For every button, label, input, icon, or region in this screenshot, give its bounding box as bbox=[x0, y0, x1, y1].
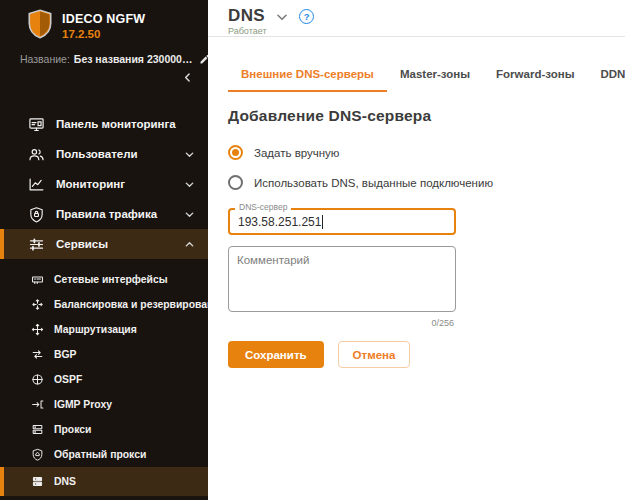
radio-unselected-icon bbox=[228, 175, 243, 190]
radio-option-manual[interactable]: Задать вручную bbox=[228, 144, 618, 161]
users-icon bbox=[28, 146, 45, 163]
device-name-value: Без названия 230000… bbox=[74, 53, 193, 65]
tab-master-zones[interactable]: Master-зоны bbox=[387, 59, 483, 92]
radio-selected-icon bbox=[228, 145, 243, 160]
submenu-item-label: Обратный прокси bbox=[54, 449, 146, 460]
chevron-down-icon bbox=[184, 209, 195, 220]
tab-external-dns-servers[interactable]: Внешние DNS-серверы bbox=[228, 59, 387, 92]
submenu-item-ospf[interactable]: OSPF bbox=[0, 367, 208, 392]
brand-shield-icon bbox=[27, 9, 53, 39]
submenu-item-label: BGP bbox=[54, 349, 77, 360]
dns-server-input-value: 193.58.251.251 bbox=[238, 215, 321, 229]
swap-arrows-icon bbox=[31, 348, 44, 361]
sidebar-item-label: Правила трафика bbox=[56, 208, 157, 220]
radio-label: Использовать DNS, выданные подключению bbox=[254, 177, 493, 189]
shield-home-icon bbox=[31, 448, 44, 461]
move-arrows-icon bbox=[31, 323, 44, 336]
sidebar-item-services[interactable]: Сервисы bbox=[0, 229, 208, 259]
submenu-item-label: Прокси bbox=[54, 424, 91, 435]
sidebar: IDECO NGFW 17.2.50 Название: Без названи… bbox=[0, 0, 208, 500]
form-actions: Сохранить Отмена bbox=[228, 341, 618, 368]
save-button[interactable]: Сохранить bbox=[228, 341, 324, 368]
sidebar-item-label: Мониторинг bbox=[56, 178, 125, 190]
submenu-item-label: Балансировка и резервирование bbox=[54, 299, 208, 310]
tab-forward-zones[interactable]: Forward-зоны bbox=[483, 59, 587, 92]
submenu-item-balancing[interactable]: Балансировка и резервирование bbox=[0, 292, 208, 317]
dns-server-field: DNS-сервер 193.58.251.251 bbox=[228, 208, 456, 235]
services-submenu: Сетевые интерфейсы Балансировка и резерв… bbox=[0, 267, 208, 496]
chevron-up-icon bbox=[184, 239, 195, 250]
submenu-item-proxy[interactable]: Прокси bbox=[0, 417, 208, 442]
device-name-label: Название: bbox=[20, 53, 70, 65]
dashboard-icon bbox=[28, 116, 45, 133]
dns-server-icon bbox=[31, 475, 44, 488]
radio-label: Задать вручную bbox=[254, 147, 340, 159]
device-name-row: Название: Без названия 230000… bbox=[0, 53, 208, 65]
submenu-item-dns[interactable]: DNS bbox=[0, 467, 208, 496]
brand-text: IDECO NGFW 17.2.50 bbox=[62, 9, 145, 40]
globe-circle-icon bbox=[31, 373, 44, 386]
add-dns-server-form: Добавление DNS-сервера Задать вручную Ис… bbox=[228, 107, 618, 368]
submenu-item-bgp[interactable]: BGP bbox=[0, 342, 208, 367]
chevron-down-icon bbox=[184, 179, 195, 190]
submenu-item-network-interfaces[interactable]: Сетевые интерфейсы bbox=[0, 267, 208, 292]
tune-sliders-icon bbox=[28, 236, 45, 253]
submenu-item-label: IGMP Proxy bbox=[54, 399, 112, 410]
sidebar-item-traffic-rules[interactable]: Правила трафика bbox=[0, 199, 208, 229]
brand: IDECO NGFW 17.2.50 bbox=[0, 0, 208, 40]
sidebar-item-dashboard[interactable]: Панель мониторинга bbox=[0, 109, 208, 139]
sidebar-item-label: Пользователи bbox=[56, 148, 138, 160]
form-heading: Добавление DNS-сервера bbox=[228, 107, 618, 125]
sidebar-item-users[interactable]: Пользователи bbox=[0, 139, 208, 169]
sidebar-item-monitoring[interactable]: Мониторинг bbox=[0, 169, 208, 199]
chevron-left-icon[interactable] bbox=[182, 72, 193, 83]
submenu-item-label: Маршрутизация bbox=[54, 324, 137, 335]
page-title: DNS bbox=[228, 7, 265, 25]
status-text: Работает bbox=[228, 26, 625, 36]
title-chevron-down-icon[interactable] bbox=[275, 10, 289, 24]
split-arrows-icon bbox=[31, 298, 44, 311]
help-icon[interactable]: ? bbox=[299, 9, 314, 24]
sidebar-menu: Панель мониторинга Пользователи Монитори… bbox=[0, 109, 208, 496]
submenu-item-routing[interactable]: Маршрутизация bbox=[0, 317, 208, 342]
collapse-row bbox=[0, 65, 208, 83]
cancel-button[interactable]: Отмена bbox=[338, 341, 411, 368]
server-stack-icon bbox=[31, 423, 44, 436]
page-header: DNS ? Работает bbox=[208, 0, 625, 37]
sidebar-item-label: Сервисы bbox=[56, 238, 108, 250]
line-chart-icon bbox=[28, 176, 45, 193]
radio-group: Задать вручную Использовать DNS, выданны… bbox=[228, 144, 618, 191]
merge-arrow-icon bbox=[31, 398, 44, 411]
app-name: IDECO NGFW bbox=[62, 12, 145, 26]
edit-pencil-icon[interactable] bbox=[199, 53, 208, 65]
radio-option-from-connection[interactable]: Использовать DNS, выданные подключению bbox=[228, 174, 618, 191]
tab-ddns[interactable]: DDNS bbox=[587, 59, 625, 92]
tab-bar: Внешние DNS-серверы Master-зоны Forward-… bbox=[228, 59, 625, 92]
network-card-icon bbox=[31, 273, 44, 286]
dns-server-input[interactable]: 193.58.251.251 bbox=[228, 208, 456, 235]
submenu-item-label: OSPF bbox=[54, 374, 82, 385]
main-content: DNS ? Работает Внешние DNS-серверы Maste… bbox=[208, 0, 625, 500]
submenu-item-igmp-proxy[interactable]: IGMP Proxy bbox=[0, 392, 208, 417]
char-counter: 0/256 bbox=[228, 318, 456, 328]
chevron-down-icon bbox=[184, 149, 195, 160]
dns-server-field-label: DNS-сервер bbox=[235, 202, 291, 212]
sidebar-item-label: Панель мониторинга bbox=[56, 118, 176, 130]
submenu-item-label: DNS bbox=[54, 476, 76, 487]
text-caret bbox=[322, 215, 323, 229]
submenu-item-reverse-proxy[interactable]: Обратный прокси bbox=[0, 442, 208, 467]
app-version: 17.2.50 bbox=[62, 28, 145, 40]
comment-field: 0/256 bbox=[228, 246, 456, 328]
submenu-item-label: Сетевые интерфейсы bbox=[54, 274, 168, 285]
comment-input[interactable] bbox=[228, 246, 456, 312]
shield-lock-icon bbox=[28, 206, 45, 223]
